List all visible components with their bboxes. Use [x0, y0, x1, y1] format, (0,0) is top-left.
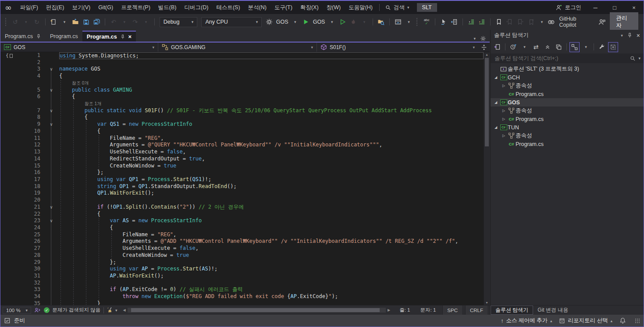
search-options-dropdown[interactable]: ▾ — [638, 56, 640, 60]
menu-item-9[interactable]: 도구(T) — [270, 3, 296, 12]
vertical-scrollbar[interactable]: ▲ ▼ — [484, 52, 490, 305]
previous-bookmark-button[interactable] — [505, 17, 515, 27]
breakpoint-margin[interactable] — [0, 217, 21, 224]
breakpoint-margin[interactable] — [0, 252, 21, 259]
code-line[interactable]: { — [59, 93, 484, 100]
code-line[interactable] — [59, 59, 484, 66]
solution-badge[interactable]: SLT — [417, 3, 437, 12]
breakpoint-margin[interactable] — [0, 142, 21, 149]
fold-marker[interactable]: ∨ — [43, 204, 59, 211]
tree-item-Program-cs[interactable]: ▷C#Program.cs — [491, 115, 644, 123]
code-line[interactable]: { — [59, 224, 484, 231]
menu-item-5[interactable]: 빌드(B) — [154, 3, 181, 12]
document-tab-2[interactable]: Program.cs× — [82, 31, 136, 42]
sync-with-active-document-toggle[interactable] — [569, 42, 580, 52]
add-to-source-control-button[interactable]: ↑ 소스 제어에 추가 ▴ — [501, 317, 552, 324]
tree-item-GCH[interactable]: ◢C#GCH — [491, 73, 644, 82]
startup-project-dropdown[interactable]: ▾ — [290, 17, 301, 27]
tree-item-TUN[interactable]: ◢C#TUN — [491, 123, 644, 132]
decrease-indent-button[interactable] — [466, 17, 477, 27]
github-copilot-label[interactable]: GitHub Copilot — [559, 16, 594, 28]
toolbar-drag-handle[interactable] — [5, 18, 7, 26]
breakpoint-margin[interactable] — [0, 259, 21, 266]
feedback-icon[interactable] — [598, 18, 606, 26]
breakpoint-margin[interactable] — [0, 280, 21, 287]
tree-item-종속성[interactable]: ▷종속성 — [491, 107, 644, 115]
menu-item-3[interactable]: Git(G) — [94, 3, 117, 12]
fold-marker[interactable] — [43, 300, 59, 305]
fold-marker[interactable] — [43, 142, 59, 149]
switch-views-button[interactable] — [492, 42, 502, 52]
resize-grip[interactable] — [635, 318, 640, 323]
codelens-references[interactable]: 참조 1개 — [59, 101, 101, 106]
code-cleanup-button[interactable]: ▾ — [107, 307, 117, 313]
next-bookmark-button[interactable] — [515, 17, 526, 27]
toggle-bookmark-button[interactable] — [494, 17, 504, 27]
fold-marker[interactable] — [43, 273, 59, 280]
menu-item-11[interactable]: 창(W) — [323, 3, 345, 12]
code-line[interactable]: UseShellExecute = false, — [59, 149, 484, 156]
breakpoint-margin[interactable] — [0, 100, 21, 107]
code-line[interactable]: if (!OP1.Split().Contains("2")) // 2 아닌 … — [59, 204, 484, 211]
fold-marker[interactable] — [43, 238, 59, 245]
breakpoint-margin[interactable] — [0, 190, 21, 197]
line-ending-indicator[interactable]: CRLF — [465, 306, 487, 315]
breakpoint-margin[interactable] — [0, 80, 21, 87]
properties-button[interactable] — [554, 42, 564, 52]
window-layout-dropdown[interactable]: ▾ — [404, 17, 414, 27]
tree-collapsed-arrow-icon[interactable]: ▷ — [500, 117, 507, 121]
code-line[interactable]: Arguments = @"QUERY ""HKCU₩Control Panel… — [59, 142, 484, 149]
code-line[interactable]: throw new Exception($"REG ADD failed wit… — [59, 293, 484, 300]
run-target-label[interactable]: GOS — [313, 19, 325, 25]
breakpoint-margin[interactable] — [0, 293, 21, 300]
fold-marker[interactable] — [43, 156, 59, 163]
code-line[interactable]: using var AP = Process.Start(AS)!; — [59, 266, 484, 273]
breakpoint-margin[interactable] — [0, 156, 21, 163]
fold-marker[interactable] — [43, 190, 59, 197]
fold-marker[interactable] — [43, 149, 59, 156]
scroll-left-icon[interactable]: ◀ — [123, 308, 126, 312]
window-layout-button[interactable] — [393, 17, 403, 27]
live-share-icon[interactable] — [34, 307, 41, 313]
spell-check-button[interactable]: abc✓ — [421, 17, 432, 27]
code-line[interactable]: { — [59, 73, 484, 80]
breakpoint-margin[interactable] — [0, 135, 21, 142]
tab-solution-explorer[interactable]: 솔루션 탐색기 — [491, 306, 533, 315]
fold-marker[interactable] — [43, 252, 59, 259]
breakpoint-margin[interactable] — [0, 107, 21, 114]
fold-marker[interactable] — [43, 114, 59, 121]
open-file-button[interactable] — [70, 17, 81, 27]
menu-item-4[interactable]: 프로젝트(P) — [117, 3, 154, 12]
menu-item-2[interactable]: 보기(V) — [68, 3, 94, 12]
tree-item-Program-cs[interactable]: C#Program.cs — [491, 90, 644, 98]
tree-item-솔루션-SLT-3-프로젝트의-3-[interactable]: 솔루션 'SLT' (3 프로젝트의 3) — [491, 65, 644, 73]
code-line[interactable]: CreateNoWindow = true — [59, 163, 484, 170]
solution-search[interactable]: ▾ — [491, 53, 644, 63]
tree-collapsed-arrow-icon[interactable]: ▷ — [500, 84, 507, 88]
pin-icon[interactable] — [36, 34, 41, 39]
document-tab-0[interactable]: Program.cs — [0, 31, 46, 42]
split-editor-button[interactable] — [478, 43, 490, 52]
clear-bookmarks-button[interactable] — [526, 17, 537, 27]
redo-dropdown[interactable]: ▾ — [141, 17, 151, 27]
code-line[interactable]: var QS1 = new ProcessStartInfo — [59, 121, 484, 128]
tree-collapsed-arrow-icon[interactable]: ▷ — [500, 109, 507, 113]
breakpoint-margin[interactable] — [0, 114, 21, 121]
horizontal-scrollbar[interactable]: ◀ ▶ — [123, 308, 391, 313]
code-line[interactable]: FileName = "REG", — [59, 231, 484, 238]
toolbar-drag-handle[interactable] — [416, 18, 419, 26]
codelens-references[interactable]: 참조 0개 — [59, 81, 89, 85]
search-icon[interactable] — [630, 56, 636, 61]
wrench-icon[interactable] — [597, 42, 607, 52]
startup-project-label[interactable]: GOS — [276, 19, 288, 25]
fold-marker[interactable] — [43, 280, 59, 287]
fold-marker[interactable] — [43, 231, 59, 238]
fold-marker[interactable] — [43, 59, 59, 66]
breakpoint-margin[interactable] — [0, 300, 21, 305]
scroll-right-icon[interactable]: ▶ — [388, 308, 390, 312]
spaces-indicator[interactable]: SPC — [442, 306, 462, 315]
notifications-bell-icon[interactable] — [619, 317, 626, 324]
code-line[interactable]: 참조 0개 — [59, 80, 484, 87]
code-line[interactable]: 참조 1개 — [59, 100, 484, 107]
start-debugging-button[interactable] — [301, 17, 311, 27]
